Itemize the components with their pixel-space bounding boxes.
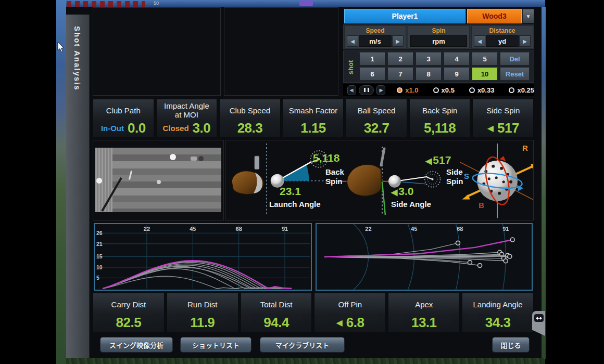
unit-group-title: Distance [474,27,531,34]
stat-label: Smash Factor [289,99,337,119]
club-tab[interactable]: Wood3 [467,9,522,23]
unit-value: rpm [410,35,467,47]
svg-text:68: 68 [457,226,463,232]
shot-button-6[interactable]: 6 [359,68,385,81]
unit-group-speed: Speed◀m/s▶ [344,25,406,48]
left-arrow-icon: ◀ [487,123,494,133]
stat-value: 94.4 [263,315,289,331]
stat-apex: Apex13.1 [388,293,460,332]
svg-text:22: 22 [365,226,371,232]
video-panel-1 [93,7,221,96]
stat-total-dist: Total Dist94.4 [241,293,312,332]
svg-text:45: 45 [411,226,417,232]
camera-mark-dark [198,156,204,161]
stat-club-speed: Club Speed28.3 [219,99,281,137]
stat-label: Side Spin [486,99,520,119]
background-app-left-sliver [56,0,66,364]
background-app-top-strip: 50 [57,0,545,7]
stat-label: Landing Angle [473,293,523,313]
playback-controls: ◀| |▶ x1.0x0.5x0.33x0.25 [343,84,534,96]
panel-collapse-handle[interactable] [532,311,545,336]
camera-club-hosel [129,171,132,180]
launch-angle-value: 23.1 [280,185,301,198]
svg-text:91: 91 [502,226,509,232]
spin-axis-label-s: S [464,172,469,180]
back-spin-label-2: Spin [325,177,343,186]
screen: 50 Shot Analysis Player1 Wood3 ▼ Speed◀m… [0,0,604,364]
radio-label: x0.25 [517,86,534,94]
shot-button-8[interactable]: 8 [416,68,442,81]
unit-prev-button[interactable]: ◀ [474,35,485,47]
stat-label: Apex [415,293,433,313]
playback-speed-x0-33[interactable]: x0.33 [469,86,495,94]
shot-9 [103,261,291,289]
camera-ball-3 [96,178,102,184]
side-angle-value: ◀3.0 [391,185,414,198]
playback-speed-x1-0[interactable]: x1.0 [397,86,418,94]
playback-speed-x0-25[interactable]: x0.25 [509,86,534,94]
spin-axis-label-r: R [522,144,528,152]
left-arrow-icon: ◀ [336,318,342,328]
sidebar-title: Shot Analysis [73,26,82,91]
player-tab[interactable]: Player1 [344,9,465,23]
side-spin-label-1: Side [446,167,463,176]
playback-speed-radios: x1.0x0.5x0.33x0.25 [397,86,534,94]
reset-shots-button[interactable]: Reset [500,68,530,81]
shot-1-marker [456,241,460,245]
side-spin-label-2: Spin [446,177,463,186]
stat-qualifier: In-Out [101,124,124,133]
stat-impact-angle: Impact Angleat MOIClosed3.0 [156,99,218,137]
background-grass-strip [66,358,545,364]
step-back-button[interactable]: ◀| [347,85,356,95]
shot-5 [103,263,285,289]
stat-label: Club Speed [230,99,270,119]
shot-button-1[interactable]: 1 [359,53,385,66]
shot-button-2[interactable]: 2 [387,53,413,66]
unit-group-title: Speed [347,27,404,34]
shot-button-5[interactable]: 5 [472,53,498,66]
radio-icon [433,87,439,93]
spin-axis-label-b: B [479,201,484,210]
camera-ball-2 [157,180,161,184]
stat-value: 6.8 [346,315,364,331]
shot-button-4[interactable]: 4 [444,53,470,66]
shot-button-7[interactable]: 7 [387,68,413,81]
radio-icon [469,87,475,93]
shot-list-button[interactable]: ショットリスト [180,337,251,353]
stat-label: Carry Dist [111,293,146,313]
pause-button[interactable] [359,85,374,95]
stats-row-bottom: Carry Dist82.5Run Dist11.9Total Dist94.4… [93,293,534,332]
step-forward-button[interactable]: |▶ [376,85,385,95]
stat-value: 3.0 [193,120,211,136]
shot-10-current-marker [510,238,514,242]
unit-prev-button[interactable]: ◀ [347,35,358,47]
my-club-list-button[interactable]: マイクラブリスト [260,337,345,353]
delete-shot-button[interactable]: Del [500,53,530,66]
radio-label: x0.33 [477,86,495,94]
playback-speed-x0-5[interactable]: x0.5 [433,86,455,94]
svg-text:22: 22 [144,226,150,232]
shot-9-marker [508,254,512,258]
background-app-right-sliver [542,7,546,359]
shot-selector: shot 12345Del678910Reset [343,50,534,83]
top-view-chart: 22456891 [316,223,533,291]
shot-button-9[interactable]: 9 [444,68,470,81]
unit-next-button[interactable]: ▶ [519,35,531,47]
unit-next-button[interactable]: ▶ [392,35,404,47]
stat-value: 11.9 [190,315,215,331]
side-spin-value: ◀517 [425,154,451,166]
shot-button-10[interactable]: 10 [472,68,498,81]
stat-label: Impact Angleat MOI [164,99,209,119]
shot-button-3[interactable]: 3 [416,53,442,66]
camera-mark-patch [191,157,197,161]
side-angle-label: Side Angle [391,200,431,209]
stat-label: Ball Speed [358,99,396,119]
close-button[interactable]: 閉じる [492,337,530,353]
shot-analysis-sidebar-tab[interactable]: Shot Analysis [66,15,90,358]
unit-value: yd [486,35,519,47]
stat-label: Club Path [106,99,141,119]
svg-text:15: 15 [96,253,103,259]
club-dropdown-button[interactable]: ▼ [522,9,534,23]
swing-video-analysis-button[interactable]: スイング映像分析 [100,337,173,353]
radio-label: x0.5 [442,86,455,94]
